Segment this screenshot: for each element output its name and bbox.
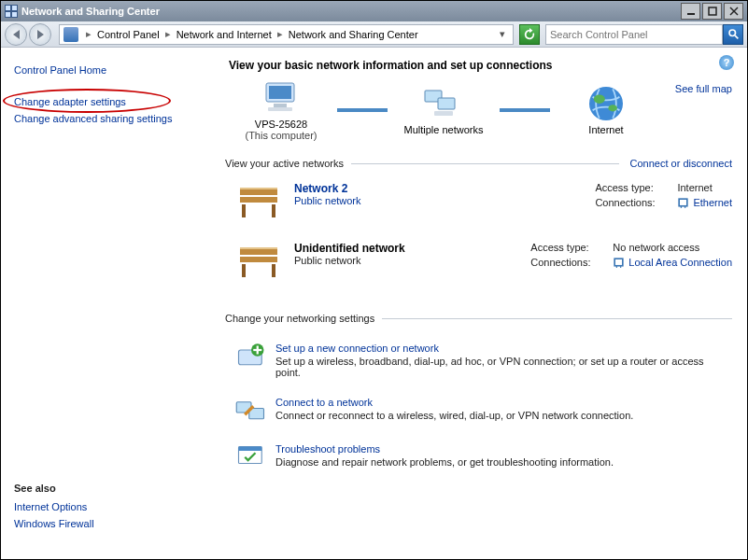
network-map: See full map VPS-25628 (This computer) M… [225, 79, 732, 141]
arrow-left-icon [13, 30, 20, 39]
internet-globe-icon [584, 85, 628, 122]
this-computer-icon [259, 79, 303, 117]
svg-point-8 [729, 30, 736, 36]
refresh-icon [523, 28, 536, 41]
control-panel-home-link[interactable]: Control Panel Home [14, 63, 208, 77]
internet-options-link[interactable]: Internet Options [14, 499, 94, 514]
arrow-right-icon [37, 30, 44, 39]
svg-rect-2 [6, 12, 10, 17]
svg-rect-29 [240, 257, 277, 262]
bench-icon [234, 242, 283, 283]
svg-point-17 [589, 87, 623, 120]
net1-conn-key: Connections: [595, 197, 677, 209]
net1-access-value: Internet [677, 182, 712, 193]
maximize-button[interactable] [702, 3, 722, 20]
setting-2-title[interactable]: Connect to a network [275, 397, 633, 408]
svg-rect-33 [614, 259, 623, 266]
svg-rect-21 [240, 197, 277, 203]
setting-troubleshoot: Troubleshoot problems Diagnose and repai… [234, 438, 732, 484]
setting-3-title[interactable]: Troubleshoot problems [275, 443, 614, 455]
map-node-3-label: Internet [588, 124, 623, 135]
breadcrumb-sep: ▸ [82, 28, 95, 40]
network-1-name[interactable]: Network 2 [294, 182, 518, 195]
map-node-2-label: Multiple networks [404, 124, 484, 135]
ethernet-icon [677, 197, 689, 209]
breadcrumb-seg-2[interactable]: Network and Internet [175, 29, 274, 40]
refresh-button[interactable] [519, 24, 540, 45]
breadcrumb[interactable]: ▸ Control Panel ▸ Network and Internet ▸… [59, 24, 514, 45]
help-icon[interactable]: ? [719, 55, 734, 70]
svg-rect-16 [434, 111, 453, 116]
net1-access-key: Access type: [595, 182, 677, 193]
setting-2-desc: Connect or reconnect to a wireless, wire… [275, 410, 633, 421]
map-connector-2 [500, 107, 550, 113]
change-advanced-sharing-link[interactable]: Change advanced sharing settings [14, 111, 208, 126]
svg-rect-30 [242, 264, 246, 277]
search-input[interactable] [545, 24, 723, 45]
svg-point-19 [608, 105, 617, 111]
svg-rect-15 [438, 98, 455, 109]
search-button[interactable] [723, 24, 743, 45]
svg-rect-3 [12, 12, 17, 17]
svg-rect-0 [6, 6, 10, 10]
net1-conn-value[interactable]: Ethernet [693, 197, 732, 209]
back-button[interactable] [5, 23, 27, 46]
network-2-name: Unidentified network [294, 242, 518, 255]
ethernet-icon [613, 257, 625, 269]
svg-point-18 [594, 94, 605, 104]
map-connector-1 [337, 107, 388, 113]
network-1-type[interactable]: Public network [294, 195, 518, 206]
svg-rect-5 [709, 7, 716, 15]
see-full-map-link[interactable]: See full map [675, 83, 732, 94]
setting-1-title[interactable]: Set up a new connection or network [275, 343, 724, 354]
setting-1-desc: Set up a wireless, broadband, dial-up, a… [275, 356, 724, 378]
windows-firewall-link[interactable]: Windows Firewall [14, 516, 94, 531]
breadcrumb-sep: ▸ [162, 28, 175, 40]
svg-rect-32 [240, 247, 277, 249]
see-also-section: See also Internet Options Windows Firewa… [14, 483, 94, 533]
svg-rect-1 [12, 6, 17, 10]
control-panel-icon [64, 27, 78, 42]
map-node-1-label: VPS-25628 [255, 119, 307, 130]
main-panel: ? View your basic network information an… [218, 48, 747, 559]
search-icon [727, 28, 740, 40]
connect-disconnect-link[interactable]: Connect or disconnect [630, 158, 732, 169]
forward-button[interactable] [29, 23, 51, 46]
active-networks-heading: View your active networks Connect or dis… [225, 158, 732, 169]
map-node-1-sub: (This computer) [245, 130, 317, 141]
net2-access-value: No network access [613, 242, 699, 253]
connect-network-icon [234, 397, 268, 425]
close-button[interactable] [724, 3, 743, 20]
sidebar: Control Panel Home Change adapter settin… [1, 48, 218, 559]
setting-connect-network: Connect to a network Connect or reconnec… [234, 391, 732, 438]
breadcrumb-dropdown-icon[interactable]: ▾ [496, 28, 509, 40]
navbar: ▸ Control Panel ▸ Network and Internet ▸… [1, 21, 747, 48]
svg-rect-11 [269, 86, 291, 99]
breadcrumb-sep: ▸ [274, 28, 287, 40]
window-title: Network and Sharing Center [21, 6, 679, 17]
svg-rect-12 [274, 104, 287, 107]
titlebar: Network and Sharing Center [1, 1, 747, 21]
multiple-networks-icon [421, 85, 466, 122]
setting-new-connection: Set up a new connection or network Set u… [234, 337, 732, 391]
svg-rect-13 [268, 107, 292, 111]
breadcrumb-seg-3[interactable]: Network and Sharing Center [287, 29, 420, 40]
svg-line-9 [735, 35, 738, 38]
svg-rect-31 [272, 264, 275, 277]
svg-rect-22 [242, 204, 246, 217]
svg-rect-23 [272, 204, 275, 217]
breadcrumb-seg-1[interactable]: Control Panel [95, 29, 162, 40]
active-networks-label: View your active networks [225, 158, 344, 169]
minimize-button[interactable] [681, 3, 700, 20]
app-icon [5, 5, 18, 18]
svg-rect-20 [240, 189, 277, 195]
troubleshoot-icon [234, 443, 268, 471]
new-connection-icon [234, 343, 268, 371]
svg-rect-25 [680, 199, 688, 206]
svg-rect-43 [239, 447, 262, 452]
svg-rect-24 [240, 188, 277, 189]
bench-icon [234, 182, 283, 223]
see-also-heading: See also [14, 483, 94, 494]
change-adapter-settings-link[interactable]: Change adapter settings [14, 94, 208, 109]
net2-conn-value[interactable]: Local Area Connection [628, 257, 732, 269]
